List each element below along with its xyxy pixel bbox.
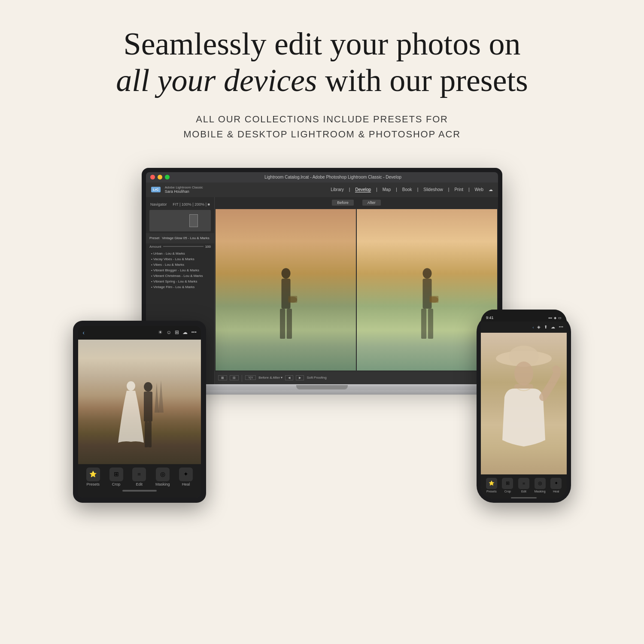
lr-preset-item-5[interactable]: • Vibrant Christmas - Lou & Marks [148,273,213,279]
iphone-body: 9:41 ▪▪▪ ◈ ▭ ‹ ◈ ⬆ ☁ ••• [477,315,571,503]
dot-red[interactable] [150,175,155,179]
lr-nav-develop[interactable]: Develop [355,187,371,192]
iphone-heal-icon: ✦ [550,478,562,489]
lr-preset-item-4[interactable]: • Vibrant Blogger - Lou & Marks [148,267,213,273]
page-container: Seamlessly edit your photos on all your … [0,0,644,644]
dot-green[interactable] [165,175,170,179]
lr-preset-section: Preset [149,236,159,240]
ipad-tool-heal[interactable]: ✦ Heal [179,468,193,486]
iphone-battery-icon: ▭ [558,316,562,320]
iphone-photo [481,333,567,474]
ipad-icon-more[interactable]: ••• [191,329,197,336]
iphone-tool-masking[interactable]: ◎ Masking [535,478,546,493]
lr-preset-item-2[interactable]: • Vacay Vibes - Lou & Marks [148,256,213,262]
subtitle: ALL OUR COLLECTIONS INCLUDE PRESETS FOR … [183,112,461,142]
laptop-titlebar: Lightroom Catalog.lrcat - Adobe Photosho… [146,172,498,182]
iphone-wifi-icon: ◈ [554,316,556,320]
lr-amount-label: Amount [149,245,161,249]
lr-preset-item-3[interactable]: • Vibes - Lou & Marks [148,262,213,267]
lr-nav-slideshow[interactable]: Slideshow [423,187,443,192]
lr-right-btn[interactable]: ▶ [296,375,304,380]
ipad-tool-masking[interactable]: ◎ Masking [155,468,170,486]
headline-line1: Seamlessly edit your photos on [124,26,521,61]
iphone-tool-presets[interactable]: ⭐ Presets [486,478,497,493]
iphone-signal-icon: ▪▪▪ [548,316,552,320]
ipad-device: ‹ ☀ ☺ ⊞ ☁ ••• [73,321,206,503]
ipad-icon-cloud: ☁ [182,329,188,336]
lr-before-btn[interactable]: Before [332,200,354,206]
lr-navigator-controls: FIT | 100% | 200% | ■ [173,202,210,207]
iphone-portrait-silhouette [481,333,567,474]
lr-preset-item-6[interactable]: • Vibrant Spring - Lou & Marks [148,279,213,284]
ipad-body: ‹ ☀ ☺ ⊞ ☁ ••• [73,321,206,503]
iphone-heal-label: Heal [553,490,559,493]
lr-before-after-label: Before & After ▾ [258,376,283,380]
lr-left-btn[interactable]: ◀ [285,375,293,380]
iphone-action-bar: ‹ ◈ ⬆ ☁ ••• [481,322,567,333]
ipad-back-button[interactable]: ‹ [82,329,85,337]
lr-amount-slider[interactable] [163,246,204,247]
lr-content: Before After [215,197,498,384]
ipad-icon-face: ☺ [166,329,171,336]
iphone-tools: ⭐ Presets ⊞ Crop ≡ Edit [481,476,567,495]
lr-before-after-bar: Before After [215,197,498,208]
lr-preset-item-1[interactable]: • Urban - Lou & Marks [148,251,213,256]
lr-photo-before [216,209,356,371]
lr-user-name: Sara Houlihan [165,189,203,194]
svg-rect-15 [145,422,148,447]
svg-rect-14 [144,392,152,422]
iphone-share-icon[interactable]: ⬆ [544,325,547,329]
iphone-more-icon[interactable]: ••• [559,325,563,329]
svg-rect-3 [286,309,292,339]
svg-rect-16 [148,422,152,447]
lr-nav-map[interactable]: Map [383,187,391,192]
svg-rect-11 [429,296,438,303]
ipad-photo [78,340,201,464]
lr-nav-library[interactable]: Library [331,187,344,192]
laptop-notch [296,385,348,389]
iphone-tool-heal[interactable]: ✦ Heal [550,478,562,493]
ipad-home-bar [122,490,157,492]
ipad-icon-copy: ⊞ [175,329,179,336]
lr-preset-item-7[interactable]: • Vintage Film - Lou & Marks [148,284,213,290]
iphone-tool-edit[interactable]: ≡ Edit [518,478,529,493]
dot-yellow[interactable] [158,175,162,179]
lr-nav-separator6: | [468,187,470,192]
headline-italic: all your devices [116,63,317,98]
lr-bottombar: ▦ ▤ | Y|Y Before & After ▾ ◀ ▶ Soft Proo… [215,371,498,384]
lr-nav-print[interactable]: Print [454,187,463,192]
iphone-edit-label: Edit [521,490,526,493]
lr-nav-web[interactable]: Web [475,187,483,192]
ipad-tool-crop[interactable]: ⊞ Crop [109,468,123,486]
lr-navigator-preview [149,210,211,231]
lr-grid-btn[interactable]: ▦ [218,375,227,380]
ipad-tool-edit[interactable]: ≡ Edit [132,468,146,486]
ipad-icons-row: ☀ ☺ ⊞ ☁ ••• [158,329,197,336]
lr-filmstrip-btn[interactable]: ▤ [230,375,239,380]
lr-nav-book[interactable]: Book [402,187,412,192]
main-headline: Seamlessly edit your photos on all your … [116,26,528,99]
ipad-masking-icon: ◎ [156,468,170,481]
ipad-heal-label: Heal [182,482,190,486]
iphone-presets-icon: ⭐ [486,478,497,489]
laptop-title-text: Lightroom Catalog.lrcat - Adobe Photosho… [172,175,494,179]
after-photo-figure [412,259,442,371]
iphone-cloud-icon[interactable]: ☁ [551,325,555,329]
iphone-tool-crop[interactable]: ⊞ Crop [502,478,513,493]
iphone-adjust-icon[interactable]: ◈ [537,325,541,329]
lr-after-btn[interactable]: After [362,200,381,206]
ipad-topbar: ‹ ☀ ☺ ⊞ ☁ ••• [78,326,201,340]
lr-bottom-separator: | [241,374,243,382]
lr-compare-btn[interactable]: Y|Y [245,375,256,380]
lr-nav-separator5: | [448,187,450,192]
ipad-tool-presets[interactable]: ⭐ Presets [86,468,100,486]
ipad-icon-sun: ☀ [158,329,163,336]
lr-navigator-header: Navigator FIT | 100% | 200% | ■ [146,200,214,208]
iphone-back-icon[interactable]: ‹ [532,325,534,329]
devices-scene: Lightroom Catalog.lrcat - Adobe Photosho… [64,168,580,503]
lr-amount-row: Amount 100 [146,243,214,250]
iphone-edit-icon: ≡ [518,478,529,489]
lr-navigator-label: Navigator [150,202,167,207]
ipad-heal-icon: ✦ [179,468,193,481]
headline-normal: with our presets [317,63,528,98]
